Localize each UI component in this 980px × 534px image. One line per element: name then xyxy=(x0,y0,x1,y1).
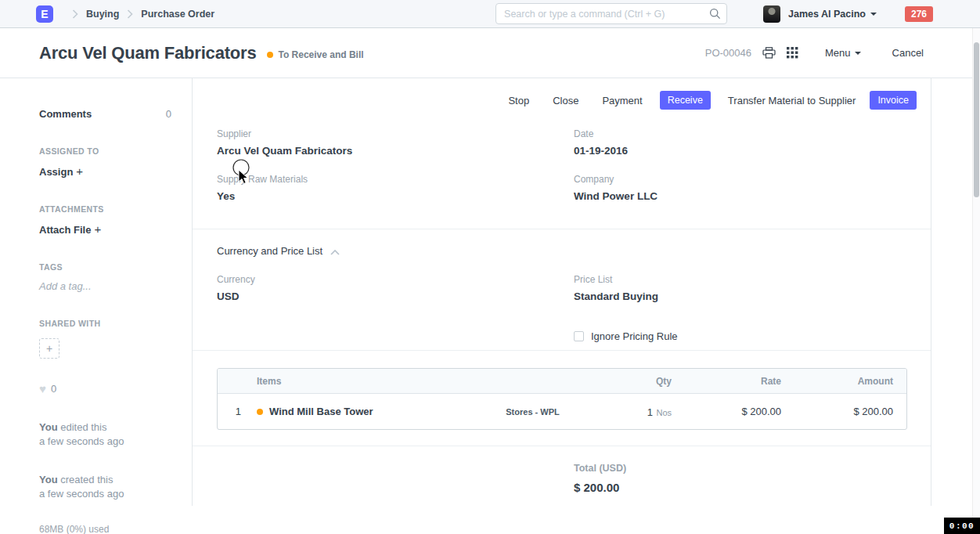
activity-actor: You xyxy=(39,474,58,485)
status-dot-icon xyxy=(267,52,273,58)
activity-action: edited this xyxy=(58,421,107,433)
attach-file-label: Attach File xyxy=(39,224,91,236)
receive-button[interactable]: Receive xyxy=(660,91,711,110)
items-section: Items Qty Rate Amount 1 Wind Mill Base T… xyxy=(193,351,931,430)
currency-field[interactable]: Currency USD xyxy=(217,274,574,302)
app-window: E Buying Purchase Order James Al Pacino … xyxy=(0,0,980,534)
currency-value: USD xyxy=(217,290,574,302)
like-toggle[interactable]: ♥ 0 xyxy=(39,382,171,395)
currency-section-toggle[interactable]: Currency and Price List xyxy=(193,243,931,258)
add-tag-input[interactable]: Add a tag... xyxy=(39,280,171,292)
print-icon[interactable] xyxy=(762,47,776,59)
close-button[interactable]: Close xyxy=(553,95,578,106)
search-input[interactable] xyxy=(495,3,727,24)
avatar xyxy=(763,5,780,23)
activity-edited: You edited this a few seconds ago xyxy=(39,420,171,448)
checkbox-icon[interactable] xyxy=(574,331,584,341)
company-value: Wind Power LLC xyxy=(574,190,931,202)
item-status-dot-icon xyxy=(257,409,263,415)
payment-button[interactable]: Payment xyxy=(602,95,642,106)
breadcrumb-buying[interactable]: Buying xyxy=(86,9,119,20)
item-cell[interactable]: Wind Mill Base Tower xyxy=(247,406,488,417)
scrollbar-thumb[interactable] xyxy=(974,42,979,197)
price-list-value: Standard Buying xyxy=(574,290,931,302)
breadcrumb-purchase-order[interactable]: Purchase Order xyxy=(141,9,214,20)
search-icon[interactable] xyxy=(709,8,721,23)
company-field[interactable]: Company Wind Power LLC xyxy=(574,174,931,202)
plus-icon: + xyxy=(94,222,101,236)
menu-button[interactable]: Menu xyxy=(825,47,861,59)
supply-raw-materials-label: Supply Raw Materials xyxy=(217,174,574,185)
totals-section: Total (USD) $ 200.00 xyxy=(193,446,931,494)
amount-cell: $ 200.00 xyxy=(793,406,906,417)
page-header: Arcu Vel Quam Fabricators To Receive and… xyxy=(0,28,980,78)
col-header-rate: Rate xyxy=(683,376,793,387)
global-search xyxy=(495,3,727,24)
section-divider xyxy=(193,229,931,229)
stop-button[interactable]: Stop xyxy=(508,95,529,106)
qty-cell: 1 Nos xyxy=(578,405,683,419)
activity-actor: You xyxy=(39,421,58,433)
assign-label: Assign xyxy=(39,166,73,178)
page-header-actions: PO-00046 Menu Cancel xyxy=(705,47,924,59)
warehouse-cell: Stores - WPL xyxy=(488,407,578,417)
chevron-down-icon xyxy=(870,13,877,16)
heart-icon: ♥ xyxy=(39,382,46,395)
chevron-right-icon xyxy=(127,9,133,19)
add-share-button[interactable]: + xyxy=(39,338,59,359)
app-logo[interactable]: E xyxy=(36,5,53,23)
items-table: Items Qty Rate Amount 1 Wind Mill Base T… xyxy=(217,368,907,430)
qty-value: 1 xyxy=(647,406,653,418)
ignore-pricing-rule-label: Ignore Pricing Rule xyxy=(591,330,678,342)
comments-link[interactable]: Comments xyxy=(39,108,92,120)
attachments-heading: ATTACHMENTS xyxy=(39,204,171,214)
row-index: 1 xyxy=(218,406,247,417)
date-label: Date xyxy=(574,128,931,139)
company-label: Company xyxy=(574,174,931,185)
chevron-up-icon xyxy=(330,244,340,258)
date-field[interactable]: Date 01-19-2016 xyxy=(574,128,931,157)
supplier-label: Supplier xyxy=(217,128,574,139)
transfer-material-button[interactable]: Transfer Material to Supplier xyxy=(728,95,856,106)
content: Comments 0 ASSIGNED TO Assign+ ATTACHMEN… xyxy=(0,78,980,506)
page-title: Arcu Vel Quam Fabricators xyxy=(39,43,256,63)
uom-label: Nos xyxy=(656,408,672,417)
rate-cell: $ 200.00 xyxy=(683,406,793,417)
col-header-items: Items xyxy=(247,376,488,387)
chevron-down-icon xyxy=(855,52,861,55)
doc-id[interactable]: PO-00046 xyxy=(705,47,751,59)
shared-with-heading: SHARED WITH xyxy=(39,319,171,328)
assign-button[interactable]: Assign+ xyxy=(39,164,171,178)
plus-icon: + xyxy=(76,164,83,178)
likes-count: 0 xyxy=(51,383,56,395)
storage-usage: 68MB (0%) used xyxy=(39,524,171,534)
activity-time: a few seconds ago xyxy=(39,488,124,500)
user-menu[interactable]: James Al Pacino xyxy=(763,5,877,23)
user-name: James Al Pacino xyxy=(788,9,866,20)
currency-label: Currency xyxy=(217,274,574,285)
price-list-label: Price List xyxy=(574,274,931,285)
cancel-button[interactable]: Cancel xyxy=(892,47,924,59)
recording-timer: 0:00 xyxy=(944,518,980,534)
status-label: To Receive and Bill xyxy=(278,49,363,60)
ignore-pricing-rule-checkbox-row[interactable]: Ignore Pricing Rule xyxy=(574,330,931,342)
notification-badge[interactable]: 276 xyxy=(905,6,933,22)
main-fields: Supplier Arcu Vel Quam Fabricators Date … xyxy=(193,128,931,219)
invoice-button[interactable]: Invoice xyxy=(870,91,917,110)
activity-created: You created this a few seconds ago xyxy=(39,473,171,500)
scrollbar-track[interactable] xyxy=(972,28,980,534)
total-value: $ 200.00 xyxy=(574,481,931,494)
date-value: 01-19-2016 xyxy=(574,145,931,157)
activity-action: created this xyxy=(58,474,113,485)
items-table-header: Items Qty Rate Amount xyxy=(218,369,906,394)
supply-raw-materials-field[interactable]: Supply Raw Materials Yes xyxy=(217,174,574,202)
supplier-field[interactable]: Supplier Arcu Vel Quam Fabricators xyxy=(217,128,574,157)
attach-file-button[interactable]: Attach File+ xyxy=(39,222,171,236)
menu-label: Menu xyxy=(825,47,851,59)
grid-view-icon[interactable] xyxy=(787,47,798,59)
table-row[interactable]: 1 Wind Mill Base Tower Stores - WPL 1 No… xyxy=(218,394,906,429)
supplier-value: Arcu Vel Quam Fabricators xyxy=(217,145,574,157)
price-list-field[interactable]: Price List Standard Buying xyxy=(574,274,931,302)
status-indicator: To Receive and Bill xyxy=(267,49,363,60)
col-header-amount: Amount xyxy=(793,376,906,387)
